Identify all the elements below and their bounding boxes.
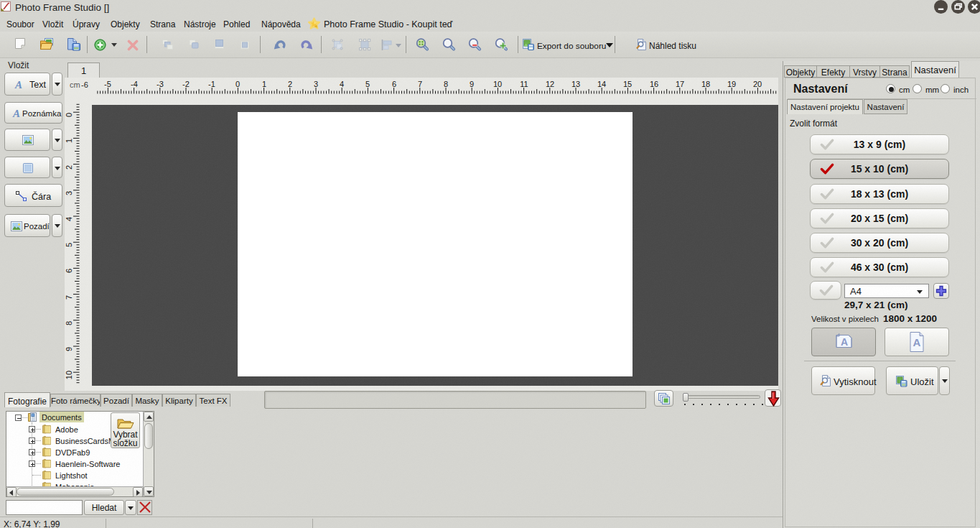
svg-text:A: A — [841, 336, 848, 348]
svg-text:A: A — [913, 336, 921, 348]
